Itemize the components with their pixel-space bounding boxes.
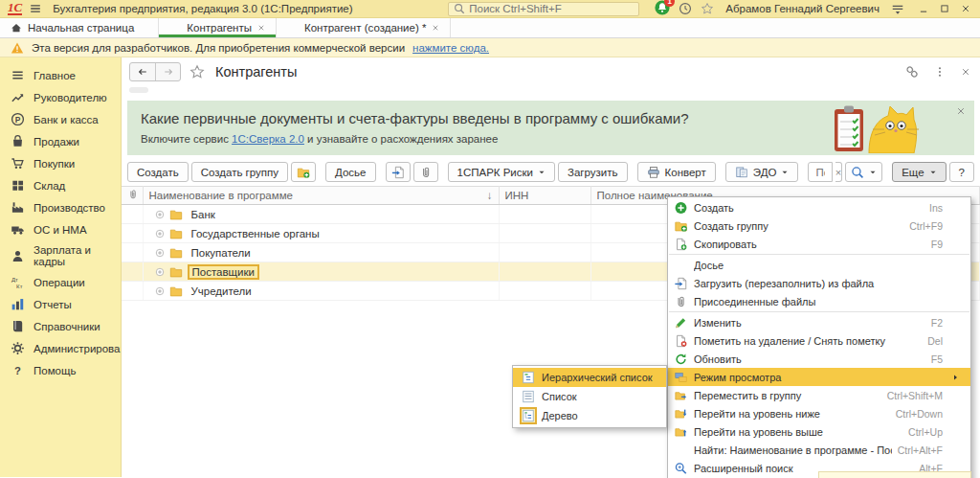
load-button[interactable]: Загрузить: [558, 162, 628, 182]
load-from-file-button[interactable]: [386, 162, 411, 182]
context-menu-item[interactable]: Перейти на уровень ниже Ctrl+Down: [668, 404, 970, 422]
main-menu-icon[interactable]: [29, 2, 42, 15]
search-options-button[interactable]: [845, 162, 882, 182]
spark-risks-button[interactable]: 1СПАРК Риски: [448, 162, 556, 182]
promo-text-after: и узнавайте о расхождениях заранее: [304, 133, 498, 145]
context-menu-item[interactable]: Присоединенные файлы: [668, 292, 970, 310]
folder-icon: [169, 227, 183, 240]
window-tab[interactable]: Начальная страница: [0, 18, 159, 37]
service-settings-icon[interactable]: [891, 2, 904, 15]
attached-files-button[interactable]: [413, 162, 438, 182]
global-search-input[interactable]: [469, 3, 634, 14]
list-search-input[interactable]: [815, 167, 824, 178]
sverka-link[interactable]: 1С:Сверка 2.0: [232, 133, 304, 145]
more-options-dots-icon[interactable]: [934, 66, 946, 78]
name-cell[interactable]: Учредители: [143, 282, 499, 301]
context-menu-item[interactable]: Режим просмотра: [668, 368, 970, 386]
sidebar-item[interactable]: ДтКт Операции: [0, 271, 121, 293]
context-menu-item[interactable]: Создать группу Ctrl+F9: [668, 216, 970, 235]
context-menu-item[interactable]: Перейти на уровень выше Ctrl+Up: [668, 422, 970, 441]
envelope-button[interactable]: Конверт: [637, 162, 716, 182]
expand-group-icon[interactable]: [155, 229, 165, 239]
sidebar-item[interactable]: Покупки: [0, 152, 121, 174]
window-tab[interactable]: Контрагенты: [159, 18, 277, 37]
context-menu-item[interactable]: Найти: Наименование в программе - Постав…: [668, 441, 970, 459]
create-group-icon-button[interactable]: [291, 162, 316, 182]
get-link-icon[interactable]: [905, 65, 919, 79]
forward-button[interactable]: [155, 63, 180, 80]
menu-item-icon: [674, 407, 688, 421]
context-menu-item[interactable]: Загрузить (перезаполнить) из файла: [668, 274, 970, 292]
sidebar-item-label: Производство: [33, 202, 105, 214]
sidebar-item-label: Помощь: [33, 365, 76, 376]
favorite-page-star-icon[interactable]: [189, 64, 205, 80]
inn-column-header[interactable]: ИНН: [499, 187, 590, 205]
submenu-item[interactable]: Список: [513, 387, 666, 406]
sidebar-item[interactable]: ОС и НМА: [0, 218, 121, 240]
attachment-cell: [122, 282, 143, 301]
name-cell[interactable]: Покупатели: [143, 243, 499, 262]
more-button[interactable]: Еще: [892, 162, 946, 182]
close-page-icon[interactable]: [961, 67, 970, 77]
sidebar-item[interactable]: Администрирование: [0, 337, 121, 359]
context-menu-item[interactable]: Досье: [668, 256, 970, 274]
help-button[interactable]: ?: [949, 162, 974, 182]
context-menu-item[interactable]: Обновить F5: [668, 350, 970, 368]
menu-item-shortcut: Ctrl+F9: [909, 220, 943, 232]
sidebar-item[interactable]: Главное: [0, 64, 121, 86]
global-search[interactable]: [448, 2, 639, 16]
menu-item-label: Перейти на уровень ниже: [694, 408, 890, 420]
context-menu-item[interactable]: Пометить на удаление / Снять пометку Del: [668, 331, 970, 350]
notifications-bell[interactable]: 1: [655, 0, 670, 17]
expand-group-icon[interactable]: [155, 267, 165, 277]
page-nav-tab[interactable]: [129, 87, 148, 93]
window-tab[interactable]: Контрагент (создание) *: [277, 18, 451, 37]
context-menu-item[interactable]: Переместить в группу Ctrl+Shift+M: [668, 386, 970, 404]
sidebar-item[interactable]: Справочники: [0, 315, 121, 337]
favorites-star-icon[interactable]: [701, 2, 714, 15]
sidebar-item[interactable]: Продажи: [0, 130, 121, 152]
list-search-field[interactable]: [808, 162, 832, 182]
sidebar-item[interactable]: Производство: [0, 196, 121, 218]
sidebar-item-icon: [11, 249, 25, 263]
context-menu-item[interactable]: Скопировать F9: [668, 235, 970, 253]
sidebar-item[interactable]: Р Банк и касса: [0, 108, 121, 130]
buy-commercial-link[interactable]: нажмите сюда.: [412, 42, 489, 54]
attachments-column-header[interactable]: [122, 187, 143, 205]
history-icon[interactable]: [679, 2, 692, 15]
close-window-icon[interactable]: [961, 4, 970, 13]
promo-close-icon[interactable]: [956, 106, 966, 116]
sidebar-item[interactable]: Руководителю: [0, 86, 121, 108]
submenu-item[interactable]: Дерево: [513, 406, 666, 425]
name-cell[interactable]: Поставщики: [143, 262, 499, 282]
sort-descending-indicator[interactable]: ↓: [487, 190, 493, 201]
expand-group-icon[interactable]: [155, 210, 165, 219]
context-menu-item[interactable]: Создать Ins: [668, 198, 970, 216]
open-windows-tabbar: Начальная страница Контрагенты Контраген…: [0, 18, 980, 38]
back-button[interactable]: [130, 63, 155, 80]
sidebar-item[interactable]: Зарплата и кадры: [0, 240, 121, 271]
create-group-button[interactable]: Создать группу: [191, 162, 288, 182]
tab-close-icon[interactable]: [432, 24, 439, 32]
envelope-label: Конверт: [665, 167, 706, 178]
expand-group-icon[interactable]: [155, 286, 165, 296]
current-user[interactable]: Абрамов Геннадий Сергеевич: [725, 3, 880, 14]
dossier-button[interactable]: Досье: [325, 162, 375, 182]
sidebar-item[interactable]: Отчеты: [0, 293, 121, 315]
create-button[interactable]: Создать: [127, 162, 189, 182]
name-column-header[interactable]: Наименование в программе↓: [143, 187, 499, 205]
sidebar-item[interactable]: ? Помощь: [0, 359, 121, 381]
submenu-item[interactable]: Иерархический список: [513, 368, 666, 387]
search-clear-button[interactable]: ×: [835, 162, 842, 182]
maximize-icon[interactable]: [940, 4, 949, 13]
expand-group-icon[interactable]: [155, 248, 165, 258]
tab-close-icon[interactable]: [257, 24, 265, 32]
sidebar-item[interactable]: Склад: [0, 174, 121, 196]
name-cell[interactable]: Банк: [143, 205, 499, 224]
edo-button[interactable]: ЭДО: [725, 162, 799, 182]
folder-icon: [169, 285, 183, 298]
name-cell[interactable]: Государственные органы: [143, 224, 499, 243]
minimize-icon[interactable]: [919, 4, 928, 13]
folder-icon: [169, 265, 183, 279]
context-menu-item[interactable]: Изменить F2: [668, 313, 970, 331]
